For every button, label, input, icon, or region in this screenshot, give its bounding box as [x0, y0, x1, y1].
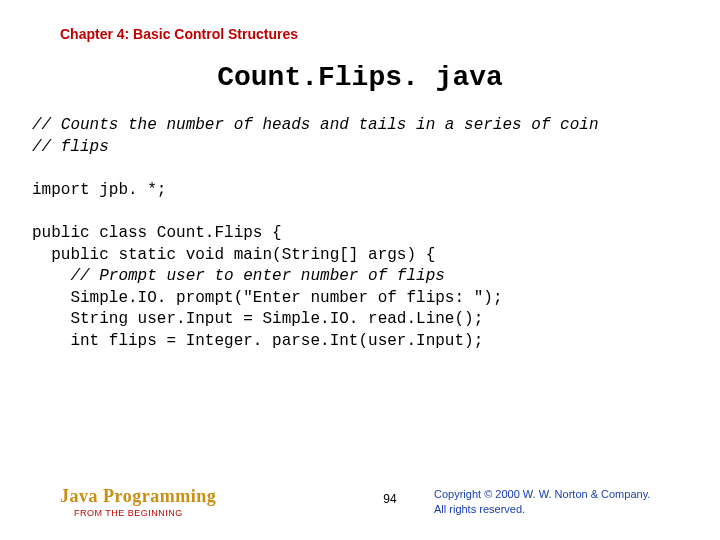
code-line: public static void main(String[] args) { [32, 246, 435, 264]
code-line: import jpb. *; [32, 181, 166, 199]
copyright-line2: All rights reserved. [434, 502, 684, 516]
slide-page: Chapter 4: Basic Control Structures Coun… [0, 0, 720, 540]
copyright-line1: Copyright © 2000 W. W. Norton & Company. [434, 487, 684, 501]
copyright: Copyright © 2000 W. W. Norton & Company.… [434, 487, 684, 516]
code-line: int flips = Integer. parse.Int(user.Inpu… [32, 332, 483, 350]
chapter-heading: Chapter 4: Basic Control Structures [60, 26, 298, 42]
code-comment: // Counts the number of heads and tails … [32, 116, 599, 134]
code-line: String user.Input = Simple.IO. read.Line… [32, 310, 483, 328]
page-title: Count.Flips. java [0, 62, 720, 93]
code-comment: // Prompt user to enter number of flips [70, 267, 444, 285]
code-block: // Counts the number of heads and tails … [32, 115, 700, 353]
code-indent [32, 267, 70, 285]
code-line: public class Count.Flips { [32, 224, 282, 242]
code-line: Simple.IO. prompt("Enter number of flips… [32, 289, 502, 307]
code-comment: // flips [32, 138, 109, 156]
page-number: 94 [383, 492, 396, 506]
